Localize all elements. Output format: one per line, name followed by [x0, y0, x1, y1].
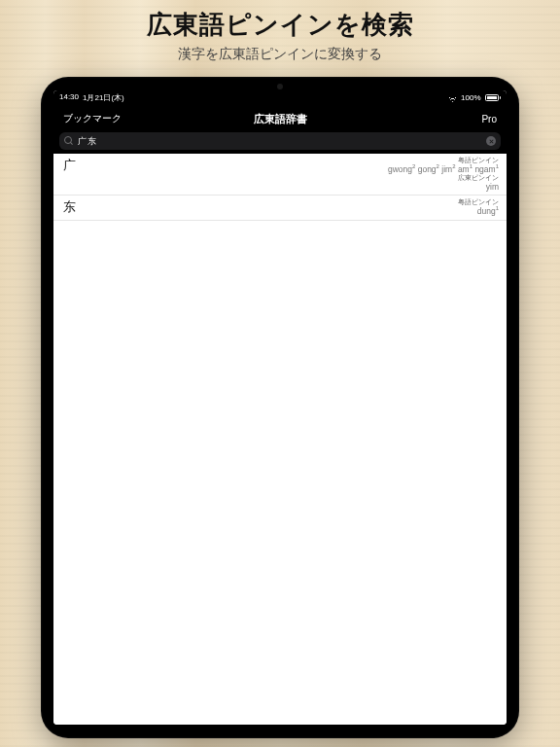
nav-bar: ブックマーク 広東語辞書 Pro: [53, 105, 507, 132]
pro-button[interactable]: Pro: [481, 114, 497, 124]
battery-icon: [485, 94, 502, 101]
bookmarks-button[interactable]: ブックマーク: [63, 112, 122, 125]
reading-label: 広東ピンイン: [388, 174, 499, 182]
status-time: 14:30: [59, 92, 79, 103]
result-row[interactable]: 东粤語ピンインdung1: [53, 196, 507, 221]
reading-label: 粤語ピンイン: [458, 198, 499, 206]
result-readings: 粤語ピンインgwong2 gong2 jim2 am1 ngam1広東ピンインy…: [388, 157, 499, 192]
result-char: 东: [63, 198, 83, 217]
results-list: 广粤語ピンインgwong2 gong2 jim2 am1 ngam1広東ピンイン…: [53, 154, 507, 725]
promo-title: 広東語ピンインを検索: [147, 8, 414, 42]
reading-label: 粤語ピンイン: [388, 157, 499, 164]
promo-subtitle: 漢字を広東語ピンインに変換する: [178, 46, 382, 63]
wifi-icon: [448, 93, 457, 102]
reading-value: dung1: [458, 206, 499, 216]
reading-value: gwong2 gong2 jim2 am1 ngam1: [388, 164, 499, 174]
reading-value: yim: [388, 182, 499, 192]
status-bar: 14:30 1月21日(木) 100%: [53, 90, 507, 105]
search-icon: [64, 136, 74, 146]
screen: 14:30 1月21日(木) 100% ブックマーク 広東語辞書 Pro 广东: [53, 90, 507, 725]
result-row[interactable]: 广粤語ピンインgwong2 gong2 jim2 am1 ngam1広東ピンイン…: [53, 154, 507, 196]
search-text: 广东: [78, 135, 96, 148]
battery-percent: 100%: [461, 93, 480, 102]
result-readings: 粤語ピンインdung1: [458, 198, 499, 217]
search-input[interactable]: 广东: [59, 132, 501, 150]
tablet-frame: 14:30 1月21日(木) 100% ブックマーク 広東語辞書 Pro 广东: [41, 77, 519, 738]
search-bar: 广东: [53, 132, 507, 154]
result-char: 广: [63, 157, 83, 192]
status-date: 1月21日(木): [83, 92, 124, 103]
clear-icon[interactable]: [486, 136, 496, 146]
